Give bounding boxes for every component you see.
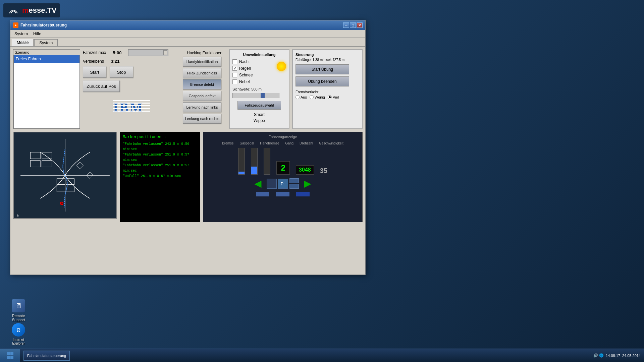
radio-btn-aus[interactable]	[296, 95, 300, 99]
menu-system[interactable]: System	[12, 31, 31, 37]
start-button[interactable]: Start	[83, 66, 106, 78]
desktop-icon-remote-support[interactable]: 🖥 Remote Support	[7, 299, 30, 322]
svg-text:IBM: IBM	[113, 100, 144, 115]
sichtweite-value: 500 m	[251, 87, 262, 91]
weather-sun-indicator	[277, 62, 286, 71]
speed-value: 35	[320, 167, 327, 175]
bottom-bar-3	[296, 192, 310, 196]
svg-text:P: P	[281, 182, 283, 186]
stop-button[interactable]: Stop	[110, 66, 133, 78]
tray-icons: 🔊 🌐	[593, 353, 604, 358]
radio-btn-wenig[interactable]	[310, 95, 314, 99]
gauge-bremse	[238, 148, 245, 175]
rpm-display-col: 3048	[296, 165, 314, 175]
hack-btn-bremse[interactable]: Bremse defekt	[183, 79, 221, 89]
sichtweite-thumb	[261, 93, 265, 98]
messe-logo-icon	[7, 5, 20, 15]
radio-viel: Viel	[328, 95, 339, 99]
fahrzeug-btn[interactable]: Fahrzeugauswahl	[237, 101, 281, 110]
messe-logo: messe.TV	[3, 3, 60, 17]
uebung-beenden-btn[interactable]: Übung beenden	[296, 76, 349, 86]
marker-entry-1: "Fahrbahn verlassen" 251.9 m 0:57 min:se…	[123, 152, 197, 163]
gauge-bremse-fill	[238, 172, 245, 174]
time-max-slider[interactable]	[128, 49, 168, 56]
arrow-right-indicator: ▶	[304, 178, 311, 189]
start-stop-row: Start Stop	[83, 66, 180, 78]
windows-logo-icon	[6, 352, 14, 360]
gauge-gaspedal-fill	[251, 167, 257, 174]
cb-schnee[interactable]	[232, 73, 237, 77]
start-uebung-btn[interactable]: Start Übung	[296, 64, 349, 74]
gauge-handbremse	[264, 148, 270, 175]
hacking-title: Hacking Funktionen	[183, 49, 226, 57]
taskbar-tray: 🔊 🌐 14:08:17 24.05.2014	[590, 353, 644, 358]
desktop-icon-label: Remote Support	[7, 314, 30, 322]
indicator-box-2: P	[278, 179, 288, 189]
scenario-item-freies-fahren[interactable]: Freies Fahren	[14, 55, 79, 63]
desktop-icon-ie-label: Internet Explorer	[7, 338, 30, 345]
sichtweite-slider[interactable]	[232, 93, 279, 98]
gear-display: 2	[276, 161, 290, 175]
tab-system[interactable]: System	[34, 39, 58, 46]
arrow-left-indicator: ◀	[254, 178, 262, 189]
window-title: Fahrsimulatorsteuerung	[20, 23, 343, 27]
radio-btn-viel[interactable]	[328, 95, 332, 99]
sichtweite-row: Sichtweite: 500 m	[232, 87, 286, 98]
bottom-bar-2	[276, 192, 289, 196]
cb-regen[interactable]: ✓	[232, 66, 237, 71]
svg-rect-26	[10, 356, 13, 359]
tab-bar: Messe System	[10, 38, 365, 47]
map-panel: N	[13, 132, 117, 219]
vehicle-display-panel: Fahrzeuganzeige Bremse Gaspedal Handbrem…	[203, 132, 363, 222]
svg-rect-3	[113, 105, 150, 106]
controls-panel: Fahrzeit max 5:00 Verbleibend 3:21 Start…	[83, 49, 180, 129]
menu-hilfe[interactable]: Hilfe	[31, 31, 44, 37]
vehicle-smart: Smart	[254, 112, 265, 117]
window-icon: ●	[13, 22, 18, 28]
tab-messe[interactable]: Messe	[12, 39, 34, 46]
taskbar-item-app[interactable]: Fahrsimulatorsteuerung	[23, 351, 70, 361]
svg-rect-1	[113, 100, 150, 101]
indicator-boxes: P	[267, 178, 299, 189]
indicator-col	[289, 178, 299, 189]
svg-rect-2	[113, 103, 150, 104]
taskbar-start-button[interactable]	[0, 349, 20, 362]
sichtweite-label: Sichtweite: 500 m	[232, 87, 262, 91]
indicator-box-1	[267, 179, 277, 189]
gauge-values-row: 2 3048 35	[206, 148, 360, 175]
gang-display-col: 2	[276, 161, 290, 175]
maximize-button[interactable]: □	[350, 22, 356, 28]
environment-panel: Umwelteinstellung Nacht ✓ Regen Schnee	[229, 49, 289, 129]
cb-label-nebel: Nebel	[239, 79, 250, 84]
env-title: Umwelteinstellung	[232, 53, 286, 57]
cb-nebel[interactable]	[232, 79, 237, 84]
svg-text:N: N	[17, 214, 19, 217]
time-max-row: Fahrzeit max 5:00	[83, 49, 180, 56]
hack-btn-lenkung-rechts[interactable]: Lenkung nach rechts	[183, 114, 221, 124]
hack-btn-gaspedal[interactable]: Gaspedal defekt	[183, 91, 221, 101]
indicator-small-2	[289, 184, 299, 189]
radio-label-viel: Viel	[333, 95, 339, 99]
hack-btn-lenkung-links[interactable]: Lenkung nach links	[183, 102, 221, 112]
desktop-icon-ie[interactable]: e Internet Explorer	[7, 323, 30, 345]
marker-entry-3: "Unfall" 251.9 m 0:57 min:sec	[123, 174, 197, 179]
time-remaining-label: Verbleibend	[83, 59, 104, 64]
messe-logo-text: messe.TV	[22, 6, 57, 15]
indicators-row: ◀ P	[206, 178, 360, 189]
hack-btn-handy[interactable]: HandyIdentifikation	[183, 57, 221, 67]
hack-btn-hijak[interactable]: Hijak Zündschloss	[183, 68, 221, 78]
bottom-bar-1	[256, 192, 269, 196]
time-slider-thumb	[163, 50, 167, 55]
taskbar: Fahrsimulatorsteuerung 🔊 🌐 14:08:17 24.0…	[0, 349, 644, 362]
cb-label-schnee: Schnee	[239, 73, 253, 77]
radio-label-aus: Aus	[301, 95, 307, 99]
close-button[interactable]: ✕	[357, 22, 363, 28]
back-to-pos-button[interactable]: Zurück auf Pos	[83, 80, 120, 92]
radio-label-wenig: Wenig	[315, 95, 325, 99]
radio-wenig: Wenig	[310, 95, 325, 99]
cb-nacht[interactable]	[232, 59, 237, 64]
minimize-button[interactable]: ─	[343, 22, 349, 28]
scenario-list[interactable]: Freies Fahren	[13, 55, 80, 129]
ibm-logo: IBM	[83, 98, 180, 115]
menu-bar: System Hilfe	[10, 30, 365, 38]
